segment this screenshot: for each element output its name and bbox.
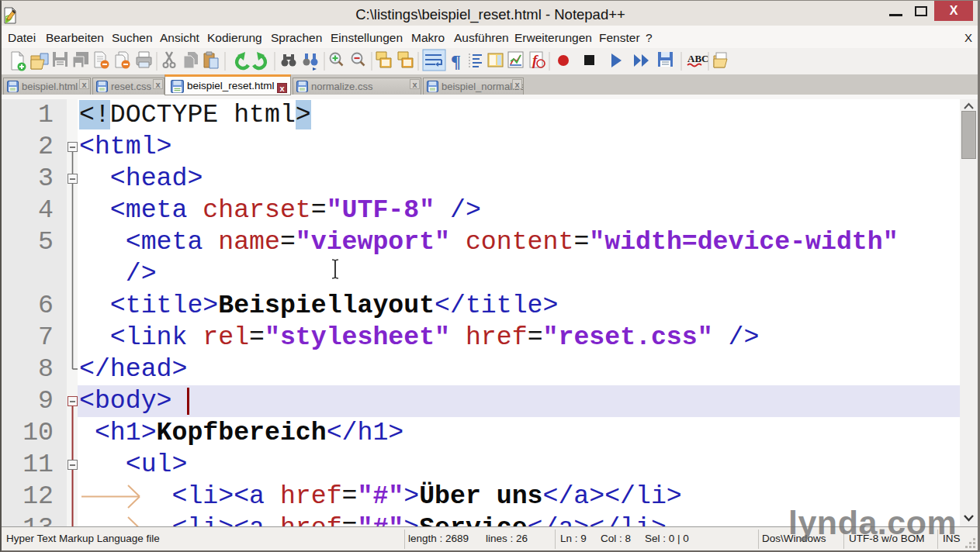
svg-text:¶: ¶: [451, 51, 461, 71]
svg-text:ABC: ABC: [687, 53, 708, 64]
